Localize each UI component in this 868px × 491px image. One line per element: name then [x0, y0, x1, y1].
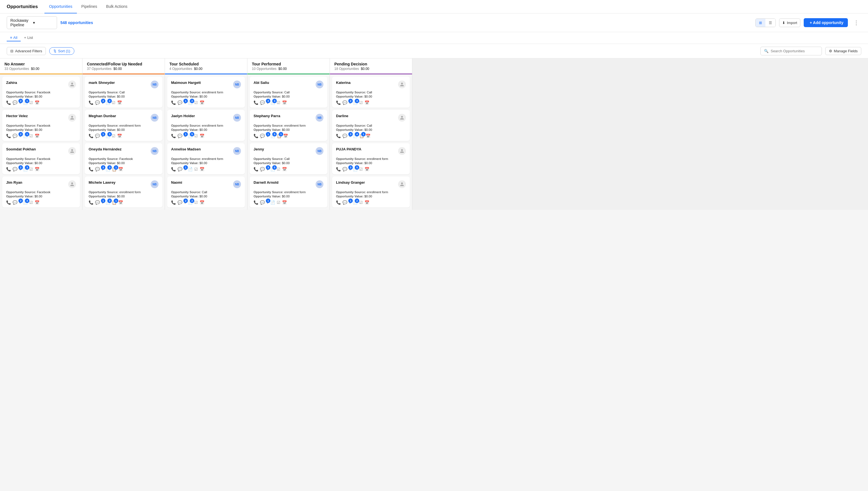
tab-all[interactable]: ≡ All	[7, 34, 21, 41]
action-chat-icon[interactable]: 💬	[260, 200, 265, 205]
action-cal-icon[interactable]: 📅	[200, 134, 204, 138]
opportunity-card[interactable]: mark Shneyder NB Opportunity Source: Cal…	[85, 77, 162, 108]
action-chat-icon[interactable]: 💬	[12, 100, 17, 105]
nav-pipelines[interactable]: Pipelines	[77, 0, 102, 13]
action-cal-icon[interactable]: 📅	[35, 167, 39, 171]
action-check-icon[interactable]: ☑	[29, 200, 33, 205]
action-phone-icon[interactable]: 📞	[89, 100, 93, 105]
action-phone-icon[interactable]: 📞	[171, 100, 176, 105]
action-doc-icon[interactable]: 📄5	[270, 167, 275, 171]
opportunity-card[interactable]: Annelise Madsen NB Opportunity Source: e…	[167, 143, 245, 174]
action-doc-icon[interactable]: 📄2	[353, 200, 358, 205]
more-options-button[interactable]: ⋮	[851, 18, 861, 27]
action-heart-icon[interactable]: ♥3	[266, 167, 269, 171]
action-chat-icon[interactable]: 💬	[342, 134, 347, 138]
action-heart-icon[interactable]: ♥2	[184, 200, 186, 205]
action-doc-icon[interactable]: 📄4	[353, 134, 358, 138]
action-phone-icon[interactable]: 📞	[253, 134, 258, 138]
action-phone-icon[interactable]: 📞	[253, 200, 258, 205]
action-cal-icon[interactable]: 📅	[282, 100, 287, 105]
action-cal-icon[interactable]: 📅	[35, 134, 39, 138]
action-chat-icon[interactable]: 💬	[95, 134, 100, 138]
action-chat-icon[interactable]: 💬	[178, 200, 182, 205]
action-phone-icon[interactable]: 📞	[171, 200, 176, 205]
action-doc-icon[interactable]: 📄5	[353, 167, 358, 171]
list-view-button[interactable]: ☰	[766, 19, 775, 27]
action-heart-icon[interactable]: ♥3	[266, 100, 269, 105]
action-chat-icon[interactable]: 💬	[12, 167, 17, 171]
action-check-icon[interactable]: ☑	[29, 167, 33, 171]
action-doc-icon[interactable]: 📄5	[188, 134, 192, 138]
action-phone-icon[interactable]: 📞	[336, 134, 341, 138]
action-doc-icon[interactable]: 📄4	[23, 200, 28, 205]
grid-view-button[interactable]: ⊞	[756, 19, 766, 27]
action-chat-icon[interactable]: 💬	[260, 100, 265, 105]
action-heart-icon[interactable]: ♥2	[349, 100, 351, 105]
action-doc2-icon[interactable]: 📋1	[359, 134, 364, 138]
action-check-icon[interactable]: ☑	[194, 200, 198, 205]
action-heart-icon[interactable]: ♥1	[266, 200, 269, 205]
action-cal-icon[interactable]: 📅	[200, 167, 204, 171]
action-cal-icon[interactable]: 📅	[118, 200, 123, 205]
action-phone-icon[interactable]: 📞	[336, 167, 341, 171]
action-doc-icon[interactable]: 📄2	[106, 100, 110, 105]
action-phone-icon[interactable]: 📞	[6, 100, 11, 105]
action-check-icon[interactable]: ☑	[194, 100, 198, 105]
action-phone-icon[interactable]: 📞	[6, 134, 11, 138]
action-cal-icon[interactable]: 📅	[200, 200, 204, 205]
action-phone-icon[interactable]: 📞	[6, 167, 11, 171]
action-cal-icon[interactable]: 📅	[200, 100, 204, 105]
sort-button[interactable]: ⇅ Sort (1)	[49, 47, 74, 55]
action-phone-icon[interactable]: 📞	[89, 167, 93, 171]
opportunity-card[interactable]: Jenny NB Opportunity Source: Call Opport…	[250, 143, 327, 174]
opportunity-card[interactable]: Soomdat Pokhan Opportunity Source: Faceb…	[2, 143, 80, 174]
opportunity-card[interactable]: Lindsay Granger Opportunity Source: enro…	[332, 176, 410, 207]
action-doc-icon[interactable]: 📄3	[353, 100, 358, 105]
action-chat-icon[interactable]: 💬	[95, 167, 100, 171]
action-phone-icon[interactable]: 📞	[6, 200, 11, 205]
opportunity-card[interactable]: Maimoun Hargett NB Opportunity Source: e…	[167, 77, 245, 108]
action-check-icon[interactable]: ☑	[277, 100, 280, 105]
action-check-icon[interactable]: ☑	[359, 100, 363, 105]
action-doc-icon[interactable]: 📄3	[106, 200, 110, 205]
action-doc2-icon[interactable]: 📋1	[277, 134, 281, 138]
action-cal-icon[interactable]: 📅	[366, 134, 370, 138]
action-doc-icon[interactable]: 📄	[188, 167, 192, 171]
action-chat-icon[interactable]: 💬	[95, 100, 100, 105]
action-heart-icon[interactable]: ♥1	[184, 134, 186, 138]
action-phone-icon[interactable]: 📞	[253, 167, 258, 171]
action-chat-icon[interactable]: 💬	[178, 134, 182, 138]
opportunity-card[interactable]: Jaelyn Holder NB Opportunity Source: enr…	[167, 110, 245, 141]
opportunity-card[interactable]: Stephany Parra NB Opportunity Source: en…	[250, 110, 327, 141]
action-heart-icon[interactable]: ♥2	[19, 200, 21, 205]
action-chat-icon[interactable]: 💬	[260, 167, 265, 171]
action-doc-icon[interactable]: 📄1	[23, 100, 28, 105]
action-phone-icon[interactable]: 📞	[89, 200, 93, 205]
action-heart-icon[interactable]: ♥3	[101, 167, 104, 171]
action-phone-icon[interactable]: 📞	[171, 134, 176, 138]
action-cal-icon[interactable]: 📅	[282, 200, 287, 205]
action-doc-icon[interactable]: 📄3	[23, 167, 28, 171]
action-check-icon[interactable]: ☑	[277, 167, 280, 171]
advanced-filters-button[interactable]: ⊟ Advanced Filters	[7, 47, 46, 55]
action-cal-icon[interactable]: 📅	[364, 167, 369, 171]
action-heart-icon[interactable]: ♥1	[349, 200, 351, 205]
opportunity-card[interactable]: Jim Ryan Opportunity Source: Facebook Op…	[2, 176, 80, 207]
action-cal-icon[interactable]: 📅	[117, 100, 122, 105]
action-check-icon[interactable]: ☑	[29, 134, 33, 138]
nav-opportunities[interactable]: Opportunities	[44, 0, 77, 13]
action-heart-icon[interactable]: ♥1	[184, 167, 186, 171]
action-heart-icon[interactable]: ♥2	[19, 167, 21, 171]
action-chat-icon[interactable]: 💬	[342, 167, 347, 171]
pipeline-select[interactable]: Rockaway Pipeline ▾	[7, 16, 57, 29]
opportunity-card[interactable]: Michele Lawrey NB Opportunity Source: en…	[85, 176, 162, 207]
action-check-icon[interactable]: ☑	[359, 200, 363, 205]
action-heart-icon[interactable]: ♥3	[349, 134, 351, 138]
action-chat-icon[interactable]: 💬	[95, 200, 100, 205]
action-heart-icon[interactable]: ♥2	[19, 100, 21, 105]
manage-fields-button[interactable]: ⚙ Manage Fields	[825, 47, 861, 55]
action-chat-icon[interactable]: 💬	[178, 100, 182, 105]
action-doc2-icon[interactable]: 📋1	[112, 167, 117, 171]
action-heart-icon[interactable]: ♥2	[19, 134, 21, 138]
action-heart-icon[interactable]: ♥1	[184, 100, 186, 105]
